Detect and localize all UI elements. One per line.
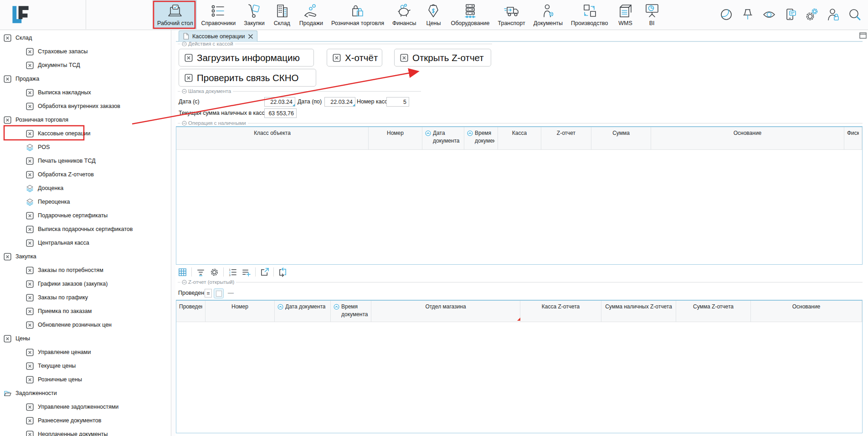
filter-icon[interactable] — [196, 267, 205, 277]
menu-item-desktop[interactable]: Рабочий стол — [153, 0, 197, 29]
sidebar-item-central-cash-desk[interactable]: Центральная касса — [26, 236, 89, 250]
user-lock-icon[interactable] — [827, 8, 840, 21]
menu-item-equipment[interactable]: Оборудование — [447, 0, 493, 29]
column-header[interactable]: Сумма Z-отчета — [676, 301, 751, 322]
sidebar-item-safety-stocks[interactable]: Страховые запасы — [26, 45, 87, 58]
sidebar-item-retail-trade[interactable]: Розничная торговля — [4, 113, 68, 127]
sort-ascending-icon[interactable] — [425, 130, 431, 136]
menu-item-production[interactable]: Производство — [567, 0, 612, 29]
settings-icon[interactable] — [805, 8, 819, 21]
column-header[interactable]: Дата документа — [275, 301, 331, 322]
menu-item-bi[interactable]: BI — [639, 0, 665, 29]
sidebar-item-order-schedules-purchase[interactable]: Графики заказов (закупка) — [26, 277, 108, 291]
column-header[interactable]: Касса Z-отчета — [520, 301, 601, 322]
open-z-report-button[interactable]: Открыть Z-отчет — [394, 49, 491, 67]
clock-icon[interactable] — [719, 8, 733, 21]
sidebar-item-invoice-issuing[interactable]: Выписка накладных — [26, 86, 91, 99]
sidebar-item-markup[interactable]: Дооценка — [26, 181, 63, 195]
column-header[interactable]: Сумма наличных Z-отчета — [601, 301, 676, 322]
column-header[interactable]: Время документа — [464, 127, 498, 149]
sort-ascending-icon[interactable] — [277, 304, 283, 310]
collapse-icon[interactable] — [182, 89, 188, 94]
feedback-icon[interactable] — [784, 8, 797, 21]
collapse-icon[interactable] — [182, 41, 188, 46]
column-header[interactable]: Фискальн — [844, 127, 862, 149]
column-header[interactable]: Отдел магазина — [371, 301, 520, 322]
filter-operator[interactable]: = — [205, 289, 212, 298]
sidebar-item-document-allocation[interactable]: Разнесение документов — [26, 414, 101, 427]
sidebar-item-prices[interactable]: Цены — [4, 332, 30, 345]
refresh-icon[interactable] — [278, 267, 288, 277]
sidebar-item-z-reports-processing[interactable]: Обработка Z-отчетов — [26, 168, 94, 181]
menu-item-sales[interactable]: Продажи — [295, 0, 327, 29]
gear-icon[interactable] — [210, 267, 219, 277]
check-skno-link-button[interactable]: Проверить связь СКНО — [179, 69, 316, 87]
column-header[interactable]: Основание — [751, 301, 862, 322]
column-header[interactable]: Номер — [369, 127, 422, 149]
sidebar-item-internal-orders-processing[interactable]: Обработка внутренних заказов — [26, 99, 120, 113]
posted-filter-checkbox[interactable] — [214, 288, 224, 298]
load-information-button[interactable]: Загрузить информацию — [179, 49, 314, 67]
sidebar-item-tsd-documents[interactable]: Документы ТСД — [26, 58, 80, 72]
menu-item-directories[interactable]: Справочники — [197, 0, 240, 29]
x-report-button[interactable]: X-отчёт — [327, 49, 382, 67]
column-header[interactable]: Время документа — [331, 301, 371, 322]
sidebar-item-retail-price-update[interactable]: Обновление розничных цен — [26, 318, 112, 332]
menu-item-finance[interactable]: Финансы — [388, 0, 420, 29]
cash-operations-table-body[interactable] — [176, 150, 862, 265]
pin-icon[interactable] — [741, 8, 755, 21]
eye-icon[interactable] — [762, 8, 776, 21]
sidebar-item-unpaid-documents[interactable]: Неоплаченные документы — [26, 427, 108, 436]
column-header[interactable]: Сумма — [591, 127, 651, 149]
sidebar-item-gift-certificates[interactable]: Подарочные сертификаты — [26, 209, 108, 222]
sort-ascending-icon[interactable] — [467, 130, 473, 136]
sidebar-item-price-management[interactable]: Управление ценами — [26, 345, 91, 359]
search-icon[interactable] — [848, 8, 862, 21]
open-in-new-icon[interactable] — [260, 267, 269, 277]
date-from-field[interactable]: 22.03.24 — [264, 97, 295, 107]
collapse-icon[interactable] — [182, 121, 188, 126]
sidebar-item-debts[interactable]: Задолженности — [4, 386, 57, 400]
tab-cash-operations[interactable]: Кассовые операции — [179, 31, 257, 41]
column-header[interactable]: Дата документа — [422, 127, 464, 149]
menu-item-transport[interactable]: Транспорт — [494, 0, 529, 29]
sidebar-item-revaluation[interactable]: Переоценка — [26, 195, 70, 209]
collapse-icon[interactable] — [182, 280, 188, 285]
sidebar-item-orders-by-schedule[interactable]: Заказы по графику — [26, 291, 88, 304]
sidebar-splitter[interactable] — [171, 30, 175, 436]
sidebar-item-purchase[interactable]: Закупка — [4, 250, 36, 263]
column-header[interactable]: Z-отчет — [541, 127, 591, 149]
close-icon[interactable] — [248, 34, 253, 39]
numbered-list-icon[interactable]: 123 — [228, 267, 237, 277]
column-header[interactable]: Проведен — [176, 301, 205, 322]
current-sum-field[interactable]: 63 553,76 — [264, 108, 297, 118]
sidebar-item-retail-prices[interactable]: Розничные цены — [26, 373, 82, 386]
window-icon[interactable] — [859, 32, 867, 39]
column-header[interactable]: Класс объекта — [176, 127, 369, 149]
add-list-icon[interactable] — [241, 267, 251, 277]
zreport-table-body[interactable] — [176, 322, 862, 433]
sidebar-item-warehouse[interactable]: Склад — [4, 31, 32, 45]
menu-item-retail[interactable]: Розничная торговля — [327, 0, 388, 29]
column-header[interactable]: Касса — [498, 127, 541, 149]
column-header[interactable]: Основание — [651, 127, 844, 149]
grid-icon[interactable] — [178, 267, 187, 277]
menu-item-wms[interactable]: WMS — [612, 0, 639, 29]
date-to-field[interactable]: 22.03.24 — [324, 97, 355, 107]
sidebar-item-tsd-price-tag-printing[interactable]: Печать ценников ТСД — [26, 154, 96, 168]
menu-item-warehouse[interactable]: Склад — [269, 0, 295, 29]
sidebar-item-sale[interactable]: Продажа — [4, 72, 39, 86]
sort-ascending-icon[interactable] — [334, 304, 339, 310]
sidebar-item-debt-management[interactable]: Управление задолженностями — [26, 400, 118, 414]
sidebar-item-current-prices[interactable]: Текущие цены — [26, 359, 76, 373]
cash-number-field[interactable]: 5 — [386, 97, 409, 107]
sidebar-item-pos[interactable]: POS — [26, 140, 50, 154]
menu-item-prices[interactable]: Цены — [420, 0, 447, 29]
sidebar-item-gift-certificate-issuing[interactable]: Выписка подарочных сертификатов — [26, 222, 133, 236]
sidebar-item-cash-operations[interactable]: Кассовые операции — [26, 127, 91, 140]
menu-item-documents[interactable]: Документы — [529, 0, 567, 29]
sidebar-item-acceptance-by-orders[interactable]: Приемка по заказам — [26, 304, 92, 318]
menu-item-purchases[interactable]: Закупки — [240, 0, 269, 29]
sidebar-item-orders-by-needs[interactable]: Заказы по потребностям — [26, 263, 103, 277]
column-header[interactable]: Номер — [205, 301, 275, 322]
